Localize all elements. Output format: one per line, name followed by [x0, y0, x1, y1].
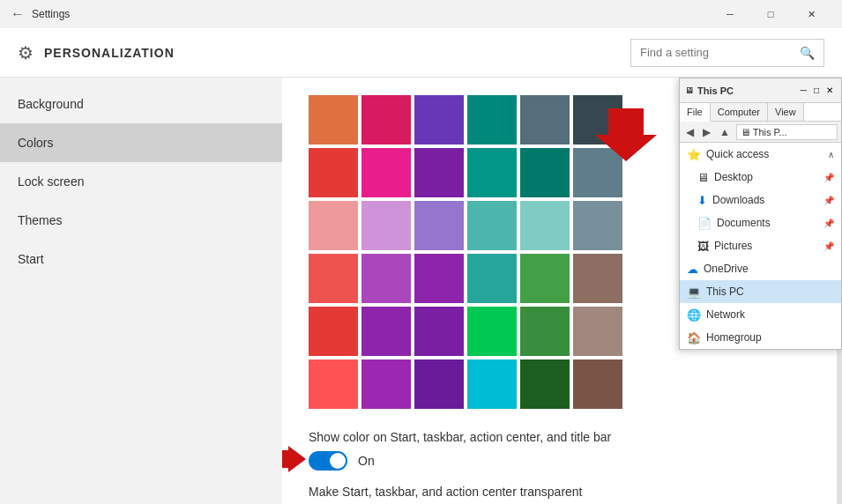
swatch-salmon[interactable] [309, 201, 358, 250]
titlebar-title: Settings [32, 8, 70, 20]
minimize-button[interactable]: ─ [710, 0, 750, 28]
swatch-bluegray[interactable] [520, 95, 570, 145]
swatch-purple[interactable] [414, 95, 464, 145]
fe-title: This PC [697, 85, 734, 96]
header-left: ⚙ PERSONALIZATION [18, 42, 175, 63]
swatch-tan[interactable] [573, 307, 622, 356]
swatch-grape[interactable] [361, 307, 411, 356]
swatch-darkpurple[interactable] [414, 148, 464, 197]
swatch-orchid[interactable] [361, 254, 411, 303]
desktop-icon: 🖥 [697, 171, 709, 184]
page-title: PERSONALIZATION [44, 46, 175, 60]
fe-tree-onedrive[interactable]: ☁ OneDrive [680, 257, 841, 280]
header: ⚙ PERSONALIZATION 🔍 [0, 28, 842, 78]
swatch-pink[interactable] [361, 95, 411, 145]
fe-tabs: File Computer View [680, 103, 841, 122]
network-icon: 🌐 [687, 308, 701, 322]
fe-tree-thispc[interactable]: 💻 This PC [680, 280, 841, 303]
titlebar-left: ← Settings [11, 6, 70, 22]
fe-tab-view[interactable]: View [768, 103, 804, 121]
fe-up-btn[interactable]: ▲ [717, 126, 733, 138]
swatch-slate[interactable] [573, 148, 622, 197]
search-icon: 🔍 [800, 46, 815, 60]
documents-icon: 📄 [697, 217, 712, 230]
sidebar-item-start[interactable]: Start [0, 240, 282, 278]
fe-back-btn[interactable]: ◀ [683, 126, 697, 138]
fe-minimize[interactable]: ─ [798, 85, 809, 95]
fe-toolbar: ◀ ▶ ▲ 🖥 This P... [680, 122, 841, 143]
fe-tree-desktop[interactable]: 🖥 Desktop 📌 [680, 166, 841, 189]
fe-breadcrumb-text: This P... [753, 127, 787, 137]
file-explorer-window: 🖥 This PC ─ □ ✕ File Computer View ◀ ▶ ▲ [679, 78, 842, 350]
swatch-green2[interactable] [467, 148, 517, 197]
titlebar: ← Settings ─ □ ✕ [0, 0, 842, 28]
pictures-icon: 🖼 [697, 240, 709, 253]
back-button[interactable]: ← [11, 6, 25, 22]
sidebar: Background Colors Lock screen Themes Sta… [0, 78, 282, 504]
gear-icon: ⚙ [18, 42, 34, 63]
show-color-toggle-label: On [358, 454, 375, 468]
fe-tree-homegroup[interactable]: 🏠 Homegroup [680, 326, 841, 349]
star-icon: ⭐ [687, 148, 701, 161]
titlebar-controls: ─ □ ✕ [710, 0, 831, 28]
swatch-teal[interactable] [467, 95, 517, 145]
swatch-violet[interactable] [414, 254, 464, 303]
swatch-lavender[interactable] [361, 201, 411, 250]
fe-forward-btn[interactable]: ▶ [700, 126, 713, 138]
onedrive-icon: ☁ [687, 263, 698, 276]
fe-tree-documents[interactable]: 📄 Documents 📌 [680, 211, 841, 234]
show-color-setting: Show color on Start, taskbar, action cen… [309, 430, 816, 471]
main-layout: Background Colors Lock screen Themes Sta… [0, 78, 842, 504]
homegroup-icon: 🏠 [687, 331, 701, 345]
swatch-seafoam[interactable] [467, 254, 517, 303]
fe-tree-downloads[interactable]: ⬇ Downloads 📌 [680, 189, 841, 211]
swatch-purple6[interactable] [361, 359, 411, 409]
sidebar-item-colors[interactable]: Colors [0, 123, 282, 162]
swatch-indigo[interactable] [414, 307, 464, 356]
maximize-button[interactable]: □ [750, 0, 791, 28]
swatch-darkgray[interactable] [573, 95, 622, 145]
sidebar-item-background[interactable]: Background [0, 85, 282, 123]
sidebar-item-lockscreen[interactable]: Lock screen [0, 162, 282, 201]
swatch-medpurple[interactable] [414, 201, 464, 250]
swatch-darkgreen[interactable] [520, 359, 570, 409]
swatch-tomato[interactable] [309, 359, 358, 409]
sidebar-item-themes[interactable]: Themes [0, 201, 282, 240]
swatch-red5[interactable] [309, 307, 358, 356]
svg-marker-1 [282, 446, 306, 472]
close-button[interactable]: ✕ [791, 0, 831, 28]
swatch-mocha[interactable] [573, 359, 622, 409]
fe-tab-file[interactable]: File [680, 103, 711, 122]
swatch-lightslate[interactable] [573, 201, 622, 250]
swatch-olive[interactable] [520, 254, 570, 303]
swatch-neongreen[interactable] [467, 307, 517, 356]
transparent-label: Make Start, taskbar, and action center t… [309, 485, 816, 499]
swatch-hotpink[interactable] [361, 148, 411, 197]
show-color-toggle-row: On [309, 451, 816, 471]
downloads-icon: ⬇ [697, 194, 707, 207]
show-color-toggle[interactable] [309, 451, 347, 471]
swatch-lightgreen[interactable] [467, 201, 517, 250]
transparent-setting: Make Start, taskbar, and action center t… [309, 485, 816, 504]
fe-tree-pictures[interactable]: 🖼 Pictures 📌 [680, 234, 841, 257]
fe-tree-quick-access[interactable]: ⭐ Quick access ∧ [680, 143, 841, 166]
fe-breadcrumb[interactable]: 🖥 This P... [736, 124, 838, 140]
swatch-red2[interactable] [309, 148, 358, 197]
fe-close[interactable]: ✕ [823, 85, 836, 95]
swatch-darkindigo[interactable] [414, 359, 464, 409]
swatch-darkteal[interactable] [520, 148, 570, 197]
toggle-thumb [330, 453, 346, 469]
swatch-brown[interactable] [573, 254, 622, 303]
fe-titlebar: 🖥 This PC ─ □ ✕ [680, 78, 841, 103]
swatch-forestgreen[interactable] [520, 307, 570, 356]
search-input[interactable] [640, 46, 800, 59]
thispc-icon: 💻 [687, 285, 701, 299]
swatch-coral[interactable] [309, 254, 358, 303]
swatch-orange[interactable] [309, 95, 358, 145]
swatch-mintteal[interactable] [520, 201, 570, 250]
search-box[interactable]: 🔍 [630, 39, 824, 67]
fe-maximize[interactable]: □ [811, 85, 822, 95]
fe-tree-network[interactable]: 🌐 Network [680, 303, 841, 326]
swatch-cyan[interactable] [467, 359, 517, 409]
fe-tab-computer[interactable]: Computer [711, 103, 768, 121]
